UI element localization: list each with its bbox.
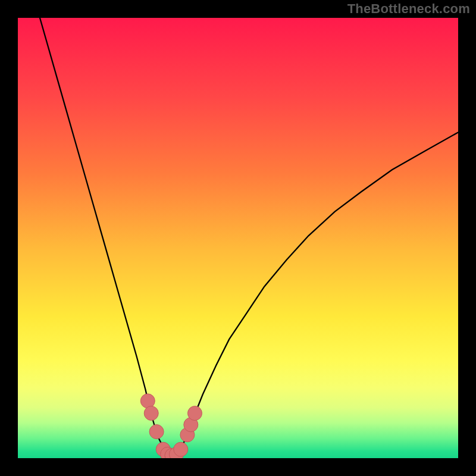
- data-marker: [149, 425, 164, 439]
- watermark-text: TheBottleneck.com: [347, 1, 470, 17]
- data-marker: [144, 406, 158, 421]
- plot-area: [18, 18, 458, 458]
- data-marker: [140, 394, 155, 408]
- data-marker: [187, 406, 202, 421]
- data-marker: [174, 442, 188, 456]
- bottleneck-chart: [18, 18, 458, 458]
- chart-frame: TheBottleneck.com: [0, 0, 476, 476]
- gradient-background: [18, 18, 458, 458]
